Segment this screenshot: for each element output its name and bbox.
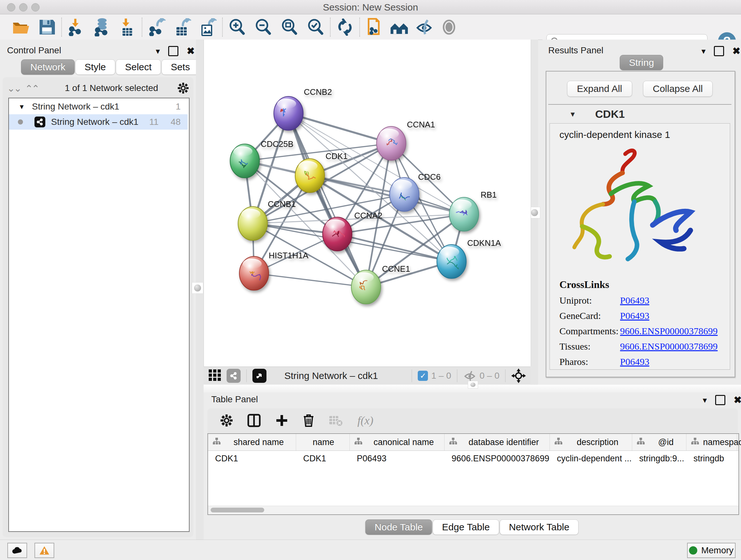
birdseye-grid-icon[interactable] — [208, 368, 222, 383]
zoom-out-icon[interactable] — [254, 18, 273, 37]
close-panel-icon[interactable]: ✖ — [187, 47, 195, 55]
network-node-cdc6[interactable]: CDC6 — [390, 172, 441, 211]
float-panel-icon[interactable] — [714, 46, 724, 56]
apply-layout-icon[interactable] — [336, 18, 354, 37]
import-network-file-icon[interactable] — [67, 18, 85, 37]
export-image-icon[interactable] — [199, 18, 217, 37]
crosslink-link[interactable]: P06493 — [620, 295, 650, 306]
string-network-graph[interactable]: CCNB2CCNA1CDC25BCDK1CDC6RB1CCNB1CCNA2HIS… — [204, 40, 531, 367]
network-node-ccne1[interactable]: CCNE1 — [351, 264, 410, 304]
hide-selected-icon[interactable] — [415, 18, 433, 37]
show-columns-icon[interactable] — [247, 414, 261, 428]
network-edge[interactable] — [288, 113, 391, 143]
import-network-database-icon[interactable] — [92, 18, 111, 37]
tab-network-table[interactable]: Network Table — [500, 519, 579, 535]
network-view-toolbar: String Network – cdk1 ✓ 1 – 0 0 – 0 — [204, 367, 530, 384]
memory-button[interactable]: Memory — [687, 543, 736, 558]
delete-table-icon[interactable] — [329, 414, 343, 427]
collapse-all-button[interactable]: Collapse All — [643, 81, 713, 97]
expand-all-button[interactable]: Expand All — [567, 81, 632, 97]
collection-caret-icon[interactable]: ▾ — [20, 102, 23, 111]
scrollbar-thumb[interactable] — [211, 508, 264, 512]
network-edge[interactable] — [254, 273, 366, 287]
table-row[interactable]: CDK1CDK1P064939606.ENSP00000378699cyclin… — [208, 451, 738, 466]
column-header[interactable]: database identifier — [445, 434, 550, 450]
float-panel-icon[interactable] — [168, 46, 179, 56]
table-horizontal-scrollbar[interactable] — [208, 506, 738, 514]
network-node-rb1[interactable]: RB1 — [449, 190, 497, 231]
pan-crosshair-icon[interactable] — [511, 368, 526, 383]
zoom-fit-icon[interactable] — [280, 18, 299, 37]
create-column-icon[interactable] — [275, 414, 288, 427]
crosslink-link[interactable]: P06493 — [620, 310, 650, 321]
string-view-icon[interactable] — [226, 369, 241, 383]
cloud-status-button[interactable] — [7, 543, 27, 558]
network-node-ccna1[interactable]: CCNA1 — [377, 120, 435, 160]
crosslink-label: Uniprot: — [559, 295, 620, 306]
left-splitter-grip[interactable] — [192, 282, 203, 294]
tab-edge-table[interactable]: Edge Table — [433, 519, 499, 535]
namespace-tree-icon — [212, 437, 221, 447]
column-header[interactable]: name — [296, 434, 350, 450]
crosslinks-section: CrossLinks Uniprot:P06493GeneCard:P06493… — [559, 279, 718, 367]
network-node-ccnb1[interactable]: CCNB1 — [238, 199, 296, 240]
tab-sets[interactable]: Sets — [161, 59, 199, 75]
selected-checkbox-icon[interactable]: ✓ — [418, 371, 428, 381]
column-header[interactable]: namespace — [686, 434, 737, 450]
toolbar-separator — [61, 17, 62, 37]
collapse-all-icon[interactable]: ⌄⌄ — [7, 83, 20, 94]
network-options-gear-icon[interactable] — [178, 82, 189, 94]
warnings-button[interactable] — [35, 543, 54, 558]
network-node-cdkn1a[interactable]: CDKN1A — [437, 238, 501, 278]
save-session-icon[interactable] — [38, 18, 56, 37]
gene-section-header[interactable]: ▾ CDK1 — [548, 105, 731, 123]
node-label: HIST1H1A — [269, 251, 309, 260]
delete-column-icon[interactable] — [302, 414, 315, 428]
tab-style[interactable]: Style — [75, 59, 115, 75]
node-label: CCNA2 — [354, 211, 382, 220]
clone-network-icon[interactable] — [365, 18, 384, 37]
namespace-tree-icon — [554, 437, 562, 447]
export-table-icon[interactable] — [173, 18, 192, 37]
panel-menu-icon[interactable]: ▾ — [703, 395, 707, 405]
crosslink-link[interactable]: 9606.ENSP00000378699 — [620, 341, 718, 352]
zoom-in-icon[interactable] — [228, 18, 246, 37]
crosslink-link[interactable]: 9606.ENSP00000378699 — [620, 326, 718, 336]
network-canvas[interactable]: CCNB2CCNA1CDC25BCDK1CDC6RB1CCNB1CCNA2HIS… — [204, 40, 531, 367]
gene-caret-icon[interactable]: ▾ — [570, 109, 575, 119]
network-edge[interactable] — [288, 113, 366, 287]
tab-network[interactable]: Network — [21, 59, 75, 75]
network-collection-row[interactable]: ▾ String Network – cdk1 1 — [9, 99, 188, 114]
import-table-file-icon[interactable] — [118, 18, 137, 37]
node-label: RB1 — [481, 190, 497, 199]
tab-string-results[interactable]: String — [620, 55, 663, 70]
network-row[interactable]: String Network – cdk1 11 48 — [9, 114, 188, 130]
panel-menu-icon[interactable]: ▾ — [701, 46, 705, 56]
crosslink-link[interactable]: P06493 — [620, 356, 650, 367]
graphics-details-icon[interactable] — [440, 18, 458, 37]
column-header[interactable]: description — [550, 434, 632, 450]
close-panel-icon[interactable]: ✖ — [732, 47, 740, 55]
table-options-gear-icon[interactable] — [220, 414, 233, 427]
network-node-hist1h1a[interactable]: HIST1H1A — [239, 251, 309, 290]
column-header[interactable]: canonical name — [350, 434, 445, 450]
first-neighbors-icon[interactable] — [390, 18, 408, 37]
cloud-icon — [12, 547, 23, 554]
column-header[interactable]: shared name — [208, 434, 296, 450]
table-splitter-grip[interactable] — [468, 381, 478, 388]
close-panel-icon[interactable]: ✖ — [734, 396, 741, 404]
zoom-selected-icon[interactable] — [307, 18, 325, 37]
tab-select[interactable]: Select — [116, 59, 161, 75]
tab-node-table[interactable]: Node Table — [365, 519, 432, 535]
string-network-icon — [35, 117, 45, 127]
panel-menu-icon[interactable]: ▾ — [156, 46, 160, 56]
node-label: CCNB1 — [268, 199, 296, 209]
expand-all-icon[interactable]: ⌄⌄ — [26, 83, 40, 94]
open-session-icon[interactable] — [11, 18, 30, 37]
column-header[interactable]: @id — [632, 434, 686, 450]
namespace-tree-icon — [354, 437, 362, 447]
export-network-icon[interactable] — [147, 18, 166, 37]
open-in-new-icon[interactable] — [253, 369, 266, 383]
function-builder-icon[interactable]: f(x) — [357, 414, 374, 427]
float-panel-icon[interactable] — [715, 395, 725, 405]
